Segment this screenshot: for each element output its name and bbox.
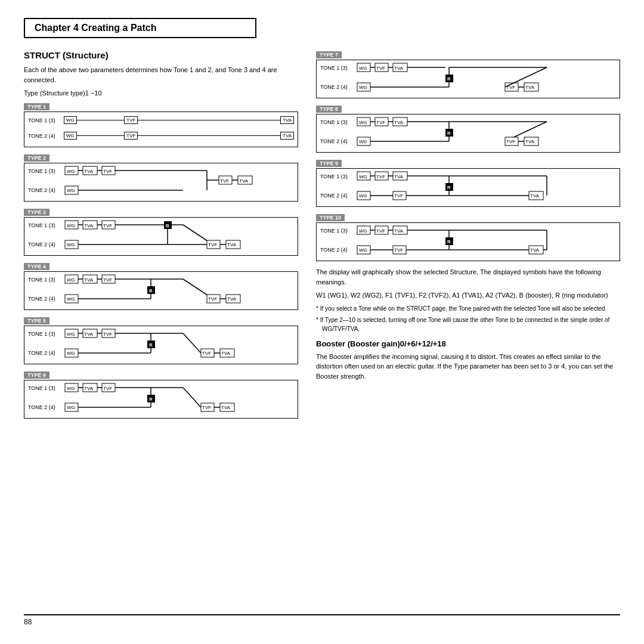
type-3-diagram: TYPE 3 TONE 1 (3) WG TVA TVF: [24, 208, 298, 256]
svg-text:WG: WG: [67, 386, 75, 391]
svg-text:WG: WG: [67, 242, 75, 247]
svg-text:TVF: TVF: [220, 178, 229, 184]
svg-text:WG: WG: [359, 247, 367, 253]
svg-text:TVA: TVA: [394, 228, 404, 234]
svg-text:WG: WG: [67, 188, 75, 193]
svg-text:TVA: TVA: [221, 405, 231, 410]
svg-text:R: R: [447, 131, 451, 136]
svg-text:TVF: TVF: [208, 242, 217, 247]
svg-text:TONE 2 (4): TONE 2 (4): [320, 193, 348, 199]
type6-svg: TONE 1 (3) WG TVA TVF R: [28, 382, 294, 413]
svg-line-94: [183, 333, 201, 353]
type-7-diagram: TYPE 7 TONE 1 (3) WG TVF TVA: [316, 50, 620, 98]
svg-text:TONE 2 (4): TONE 2 (4): [320, 84, 348, 90]
svg-text:TVF: TVF: [376, 120, 385, 125]
svg-text:TVA: TVA: [530, 193, 540, 199]
svg-text:TVF: TVF: [208, 296, 217, 302]
svg-text:R: R: [447, 76, 451, 82]
symbols-desc: W1 (WG1), W2 (WG2), F1 (TVF1), F2 (TVF2)…: [316, 290, 620, 301]
booster-title: Booster (Booster gain)0/+6/+12/+18: [316, 339, 620, 348]
type4-svg: TONE 1 (3) WG TVA TVF B: [28, 273, 294, 304]
type-8-diagram: TYPE 8 TONE 1 (3) WG TVF TVA: [316, 104, 620, 153]
svg-text:TONE 2 (4): TONE 2 (4): [320, 247, 348, 253]
svg-text:R: R: [447, 185, 451, 190]
svg-text:TONE 1 (3): TONE 1 (3): [28, 168, 55, 174]
svg-text:R: R: [149, 342, 153, 348]
svg-text:TVA: TVA: [84, 277, 94, 283]
svg-text:TVF: TVF: [103, 332, 112, 337]
type3-svg: TONE 1 (3) WG TVA TVF B: [28, 219, 294, 250]
svg-text:TVF: TVF: [376, 174, 385, 179]
svg-text:TVA: TVA: [525, 139, 535, 144]
svg-text:TVA: TVA: [84, 169, 94, 174]
svg-text:WG: WG: [67, 351, 75, 356]
svg-text:WG: WG: [67, 405, 75, 410]
svg-text:TVF: TVF: [202, 351, 211, 356]
svg-text:WG: WG: [359, 66, 367, 71]
svg-text:TONE 2 (4): TONE 2 (4): [28, 242, 55, 247]
svg-text:TVF: TVF: [103, 169, 112, 174]
svg-text:TONE 2 (4): TONE 2 (4): [28, 404, 55, 410]
svg-text:WG: WG: [359, 228, 367, 234]
svg-text:R: R: [447, 239, 451, 244]
svg-text:TVA: TVA: [227, 242, 237, 247]
svg-text:TONE 2 (4): TONE 2 (4): [28, 187, 55, 193]
booster-desc: The Booster amplifies the incoming signa…: [316, 352, 620, 382]
svg-text:TVA: TVA: [221, 351, 231, 356]
svg-text:B: B: [166, 223, 169, 228]
svg-text:TONE 1 (3): TONE 1 (3): [28, 277, 55, 283]
svg-text:TONE 1 (3): TONE 1 (3): [320, 174, 348, 179]
svg-text:TVA: TVA: [84, 223, 94, 228]
svg-text:WG: WG: [359, 174, 367, 179]
svg-text:TONE 1 (3): TONE 1 (3): [28, 222, 55, 228]
section-struct-desc: Each of the above two parameters determi…: [24, 65, 298, 85]
svg-text:TONE 1 (3): TONE 1 (3): [28, 331, 55, 337]
type7-svg: TONE 1 (3) WG TVF TVA R: [320, 61, 616, 92]
type10-svg: TONE 1 (3) WG TVF TVA R: [320, 224, 616, 255]
svg-text:TVF: TVF: [103, 223, 112, 228]
svg-text:WG: WG: [359, 85, 367, 90]
svg-text:WG: WG: [67, 332, 75, 337]
svg-text:TVA: TVA: [239, 178, 249, 184]
svg-text:WG: WG: [67, 277, 75, 283]
svg-text:B: B: [149, 288, 153, 293]
type-4-diagram: TYPE 4 TONE 1 (3) WG TVA TVF: [24, 262, 298, 310]
footnote-1: * If you select a Tone while on the STRU…: [316, 304, 620, 313]
svg-text:TVA: TVA: [227, 296, 237, 302]
type2-svg: TONE 1 (3) WG TVA TVF TONE 2 (4): [28, 165, 294, 196]
svg-text:TVF: TVF: [394, 247, 403, 253]
display-desc: The display will graphically show the se…: [316, 267, 620, 287]
svg-text:TONE 2 (4): TONE 2 (4): [28, 350, 55, 356]
svg-text:TONE 2 (4): TONE 2 (4): [320, 138, 348, 144]
type9-svg: TONE 1 (3) WG TVF TVA R: [320, 170, 616, 201]
svg-text:TVA: TVA: [394, 66, 404, 71]
svg-text:TVF: TVF: [376, 228, 385, 234]
type-1-diagram: TYPE 1 TONE 1 (3) WG TVF TVA TONE 2 (4): [24, 102, 298, 147]
svg-text:WG: WG: [359, 139, 367, 144]
svg-text:TVF: TVF: [103, 386, 112, 391]
svg-text:TVA: TVA: [525, 85, 535, 90]
svg-line-114: [183, 388, 201, 407]
svg-text:WG: WG: [359, 120, 367, 125]
svg-text:WG: WG: [67, 223, 75, 228]
type-6-diagram: TYPE 6 TONE 1 (3) WG TVA TVF: [24, 370, 298, 419]
svg-text:TVF: TVF: [202, 405, 211, 410]
svg-text:TVA: TVA: [84, 332, 94, 337]
svg-text:TVF: TVF: [506, 139, 515, 144]
svg-text:R: R: [149, 397, 153, 402]
section-struct-title: STRUCT (Structure): [24, 50, 298, 60]
svg-text:WG: WG: [359, 193, 367, 199]
chapter-title: Chapter 4 Creating a Patch: [24, 18, 256, 38]
type-label: Type (Structure type)1 −10: [24, 88, 298, 98]
svg-text:TONE 1 (3): TONE 1 (3): [320, 65, 348, 71]
type8-svg: TONE 1 (3) WG TVF TVA R: [320, 116, 616, 147]
svg-text:TONE 1 (3): TONE 1 (3): [28, 385, 55, 391]
svg-text:TONE 1 (3): TONE 1 (3): [320, 228, 348, 234]
svg-text:TVF: TVF: [103, 277, 112, 283]
svg-text:WG: WG: [67, 169, 75, 174]
svg-text:WG: WG: [67, 296, 75, 302]
svg-text:TVF: TVF: [376, 66, 385, 71]
page-number: 88: [24, 618, 32, 626]
page-footer: 88: [24, 614, 620, 626]
type-9-diagram: TYPE 9 TONE 1 (3) WG TVF TVA: [316, 159, 620, 207]
